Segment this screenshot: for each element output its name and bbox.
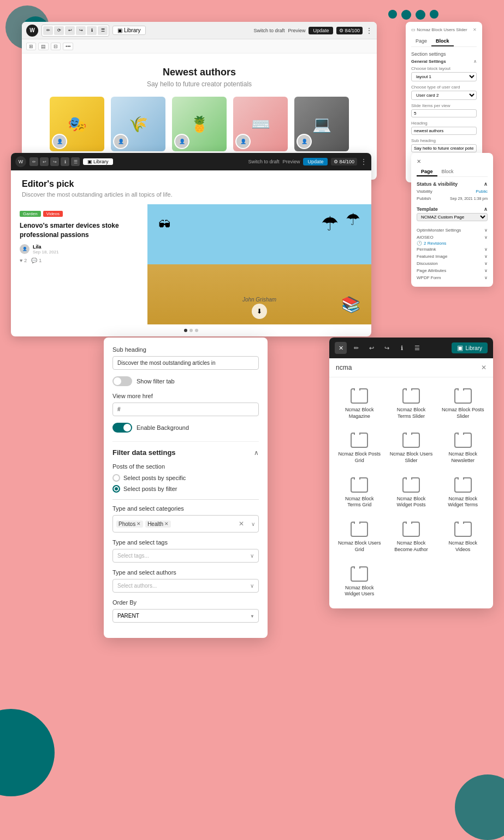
p4-block-magazine[interactable]: Ncmaz Block Magazine <box>334 382 386 426</box>
author-avatar-4: 👤 <box>297 134 312 149</box>
p3-href-input[interactable] <box>112 403 259 416</box>
c2-edit-btn[interactable]: ✏ <box>29 157 38 166</box>
undo-btn[interactable]: ↩ <box>65 26 75 35</box>
p3-filter-chevron[interactable]: ∧ <box>254 449 259 457</box>
p4-block-posts-slider[interactable]: Ncmaz Block Posts Slider <box>437 382 489 426</box>
kebab-menu[interactable]: ⋮ <box>366 27 372 34</box>
top-decoration-dots <box>388 10 438 20</box>
p3-category-select[interactable]: Photos ✕ Health ✕ ✕ ∨ <box>112 515 259 533</box>
rp1-tab-page[interactable]: Page <box>411 37 431 46</box>
p4-block-terms-grid[interactable]: Ncmaz Block Terms Grid <box>334 471 386 515</box>
rp1-general-chevron[interactable]: ∧ <box>473 59 477 64</box>
rp1-subheading-input[interactable] <box>411 144 477 152</box>
p4-edit-btn[interactable]: ✏ <box>350 342 362 354</box>
p4-library-btn[interactable]: ▣ Library <box>452 342 488 353</box>
rp1-card-type-select[interactable]: User card 2 <box>411 91 477 100</box>
c2-dot-3[interactable] <box>195 329 198 332</box>
p3-radio-filter-btn[interactable] <box>112 485 120 493</box>
p3-subheading-input[interactable] <box>112 356 259 370</box>
p3-authors-select[interactable]: Select authors... ∨ <box>112 579 259 593</box>
list-btn[interactable]: ▤ <box>38 43 49 50</box>
layout-btn[interactable]: ⊞ <box>26 43 36 50</box>
right-panel-2: ✕ Page Block Status & visibility ∧ Visib… <box>411 153 493 287</box>
rp2-tabs: Page Block <box>417 168 488 177</box>
rp2-tab-page[interactable]: Page <box>417 168 437 176</box>
c2-kebab[interactable]: ⋮ <box>360 158 367 165</box>
c2-dot-2[interactable] <box>189 329 193 332</box>
c2-library-btn[interactable]: ▣ Library <box>83 158 113 165</box>
rp2-aioseo-row[interactable]: AIOSEO ∨ <box>417 234 488 241</box>
p3-order-wrapper: PARENT DATE TITLE AUTHOR RAND <box>112 609 259 623</box>
p4-block-newsletter[interactable]: Ncmaz Block Newsletter <box>437 426 489 470</box>
p4-block-posts-grid[interactable]: Ncmaz Block Posts Grid <box>334 426 386 470</box>
p3-clear-btn[interactable]: ✕ <box>239 520 244 528</box>
p4-menu-btn[interactable]: ☰ <box>411 342 423 354</box>
rp1-heading-input[interactable] <box>411 127 477 135</box>
rp2-discussion-row[interactable]: Discussion ∨ <box>417 260 488 267</box>
p4-search-input[interactable] <box>336 364 478 371</box>
c2-switch-draft[interactable]: Switch to draft <box>248 159 279 164</box>
more-btn[interactable]: ••• <box>63 43 73 50</box>
c2-download-btn[interactable]: ⬇ <box>252 304 267 319</box>
p3-chip-health-remove[interactable]: ✕ <box>164 521 169 527</box>
rp2-status-header[interactable]: Status & visibility ∧ <box>417 180 488 188</box>
author-avatar-1: 👤 <box>113 134 128 149</box>
rp2-template-select[interactable]: NCMAZ Custom Page <box>417 213 488 221</box>
rp2-optim-row[interactable]: OptimMonster Settings ∨ <box>417 227 488 234</box>
p4-block-terms-slider[interactable]: Ncmaz Block Terms Slider <box>386 382 437 426</box>
p4-close-btn[interactable]: ✕ <box>335 342 347 354</box>
rp2-close-btn[interactable]: ✕ <box>417 158 421 164</box>
library-button[interactable]: ▣ Library <box>112 26 146 35</box>
c2-dot-1[interactable] <box>184 329 187 332</box>
p4-search-clear[interactable]: ✕ <box>481 364 487 371</box>
switch-draft[interactable]: Switch to draft <box>253 28 284 33</box>
p3-show-filter-toggle[interactable] <box>112 376 132 386</box>
rp2-permalink-row[interactable]: Permalink ∨ <box>417 246 488 253</box>
p4-redo-btn[interactable]: ↪ <box>381 342 393 354</box>
info-btn[interactable]: ℹ <box>87 26 97 35</box>
c2-undo-btn[interactable]: ↩ <box>40 157 49 166</box>
p3-chip-photos-remove[interactable]: ✕ <box>137 521 141 527</box>
edit-btn[interactable]: ✏ <box>43 26 53 35</box>
p4-block-widget-posts[interactable]: Ncmaz Block Widget Posts <box>386 471 437 515</box>
c2-tag-videos: Videos <box>43 211 63 217</box>
p4-block-users-grid[interactable]: Ncmaz Block Users Grid <box>334 515 386 559</box>
p3-radio-specific[interactable]: Select posts by specific <box>112 474 259 482</box>
p3-order-select[interactable]: PARENT DATE TITLE AUTHOR RAND <box>112 609 259 623</box>
p4-info-btn[interactable]: ℹ <box>396 342 408 354</box>
rp2-page-attr-row[interactable]: Page Attributes ∨ <box>417 267 488 274</box>
p4-block-widget-terms[interactable]: Ncmaz Block Widget Terms <box>437 471 489 515</box>
preview-btn[interactable]: Preview <box>288 28 305 33</box>
p3-radio-filter[interactable]: Select posts by filter <box>112 485 259 493</box>
rp2-revisions[interactable]: 🕐 2 Revisions <box>417 241 488 246</box>
p4-block-users-slider[interactable]: Ncmaz Block Users Slider <box>386 426 437 470</box>
c2-redo-btn[interactable]: ↪ <box>50 157 59 166</box>
p4-block-videos[interactable]: Ncmaz Block Videos <box>437 515 489 559</box>
rp1-layout-select[interactable]: layout 1 layout 2 <box>411 72 477 81</box>
rp2-tab-block[interactable]: Block <box>437 168 458 176</box>
menu-btn[interactable]: ☰ <box>98 26 108 35</box>
p3-tags-select[interactable]: Select tags... ∨ <box>112 549 259 563</box>
p3-radio-specific-btn[interactable] <box>112 474 120 482</box>
c2-update[interactable]: Update <box>303 158 328 165</box>
c2-preview[interactable]: Preview <box>282 159 300 164</box>
cols-btn[interactable]: ⊟ <box>51 43 61 50</box>
c2-menu-btn[interactable]: ☰ <box>71 157 80 166</box>
rp2-template-header[interactable]: Template ∧ <box>417 205 488 213</box>
rp1-slide-input[interactable] <box>411 109 477 117</box>
p4-block-become-author[interactable]: Ncmaz Block Become Author <box>386 515 437 559</box>
p4-block-widget-users[interactable]: Ncmaz Block Widget Users <box>334 560 386 604</box>
rp2-wpdf-row[interactable]: WPDF Form ∨ <box>417 274 488 281</box>
view-btn[interactable]: ⟳ <box>54 26 64 35</box>
redo-btn[interactable]: ↪ <box>76 26 86 35</box>
rp1-tab-block[interactable]: Block <box>431 37 454 46</box>
rp1-close[interactable]: ✕ <box>473 27 477 32</box>
update-button[interactable]: Update <box>309 27 333 34</box>
rp1-general-header: General Settings ∧ <box>411 59 477 64</box>
p3-enable-bg-toggle[interactable] <box>112 423 132 433</box>
p4-blocks-grid: Ncmaz Block Magazine Ncmaz Block Terms S… <box>329 377 493 608</box>
c2-info-btn[interactable]: ℹ <box>61 157 69 166</box>
rp2-featured-image-row[interactable]: Featured Image ∨ <box>417 253 488 260</box>
toolbar-btn-group: ✏ ⟳ ↩ ↪ ℹ ☰ <box>41 25 109 37</box>
p4-undo-btn[interactable]: ↩ <box>365 342 377 354</box>
